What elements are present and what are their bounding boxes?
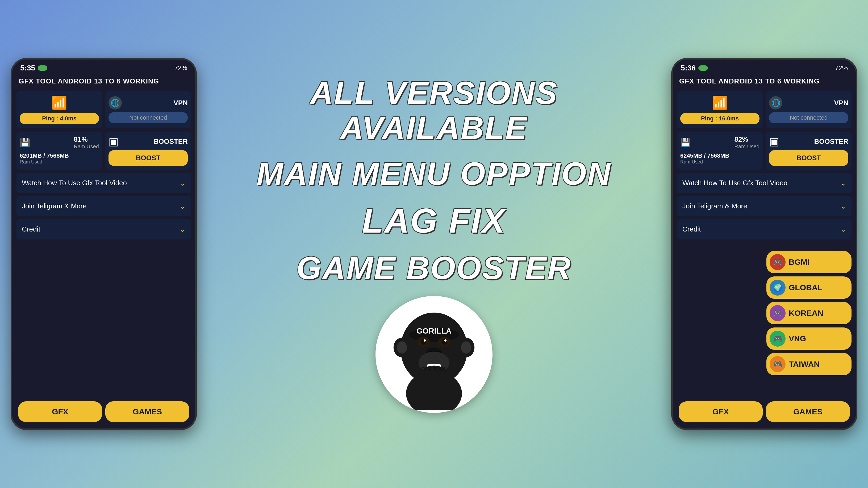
svg-point-13 <box>444 339 446 341</box>
global-button[interactable]: 🌍 GLOBAL <box>767 276 851 299</box>
right-ram-values: 6245MB / 7568MB <box>680 152 760 159</box>
right-menu-label-0: Watch How To Use Gfx Tool Video <box>682 179 787 187</box>
left-status-bar: 5:35 72% <box>12 60 195 74</box>
left-app-header: GFX TOOL ANDROID 13 TO 6 WORKING <box>12 74 195 88</box>
right-boost-button[interactable]: BOOST <box>769 150 848 166</box>
left-vpn-icon: 🌐 <box>108 96 122 109</box>
center-line-2: MAIN MENU OPPTION <box>257 156 612 191</box>
left-menu-section: Watch How To Use Gfx Tool Video ⌄ Join T… <box>12 173 195 397</box>
right-time: 5:36 <box>681 64 696 72</box>
left-menu-label-2: Credit <box>22 225 40 233</box>
right-menu-section: Watch How To Use Gfx Tool Video ⌄ Join T… <box>673 173 856 397</box>
bgmi-button[interactable]: 🎮 BGMI <box>767 251 851 273</box>
right-app-title: GFX TOOL ANDROID 13 TO 6 WORKING <box>679 77 819 85</box>
right-booster-icon: ▣ <box>769 135 779 148</box>
left-boost-button[interactable]: BOOST <box>108 150 188 166</box>
left-menu-item-0[interactable]: Watch How To Use Gfx Tool Video ⌄ <box>17 173 191 193</box>
right-ram-sub: Ram Used <box>680 159 760 165</box>
global-icon: 🌍 <box>770 280 785 296</box>
svg-point-4 <box>397 341 407 354</box>
left-booster-card: ▣ BOOSTER BOOST <box>105 132 191 170</box>
left-wifi-icon: 📶 <box>51 95 67 110</box>
gorilla-logo: GORILLA GFX TOOL <box>375 296 493 413</box>
right-booster-card: ▣ BOOSTER BOOST <box>766 132 851 170</box>
vng-icon: 🎮 <box>770 331 785 347</box>
right-phone: 5:36 72% GFX TOOL ANDROID 13 TO 6 WORKIN… <box>671 58 857 430</box>
korean-label: KOREAN <box>789 308 823 318</box>
right-booster-label: BOOSTER <box>814 137 848 145</box>
left-ram-values: 6201MB / 7568MB <box>20 152 99 159</box>
center-content: ALL VERSIONS AVAILABLE MAIN MENU OPPTION… <box>217 75 651 413</box>
left-games-button[interactable]: GAMES <box>105 401 189 422</box>
left-ram-sub: Ram Used <box>20 159 99 165</box>
taiwan-icon: 🎮 <box>770 356 785 372</box>
right-network-row: 📶 Ping : 16.0ms 🌐 VPN Not connected <box>673 88 856 132</box>
game-buttons-overlay: 🎮 BGMI 🌍 GLOBAL 🎮 KOREAN 🎮 VNG 🎮 <box>767 251 851 375</box>
left-booster-label: BOOSTER <box>153 137 188 145</box>
right-ram-percent: 82% <box>735 135 760 143</box>
svg-point-5 <box>461 341 471 354</box>
right-not-connected[interactable]: Not connected <box>769 112 848 123</box>
left-ram-used-label: Ram Used <box>74 143 99 150</box>
right-ram-used-label: Ram Used <box>735 143 760 150</box>
right-chevron-1: ⌄ <box>840 202 846 210</box>
right-app-header: GFX TOOL ANDROID 13 TO 6 WORKING <box>673 74 856 88</box>
right-status-right: 72% <box>835 64 848 72</box>
left-ram-row: 💾 81% Ram Used 6201MB / 7568MB Ram Used … <box>12 132 195 173</box>
left-chevron-2: ⌄ <box>180 225 186 234</box>
left-menu-item-1[interactable]: Join Teligram & More ⌄ <box>17 196 191 216</box>
korean-icon: 🎮 <box>770 305 785 321</box>
right-wifi-icon: 📶 <box>712 95 728 110</box>
left-ram-percent: 81% <box>74 135 99 143</box>
left-ping-button[interactable]: Ping : 4.0ms <box>20 113 99 124</box>
left-time: 5:35 <box>20 64 35 72</box>
left-ram-card: 💾 81% Ram Used 6201MB / 7568MB Ram Used <box>17 132 102 170</box>
left-wifi-card: 📶 Ping : 4.0ms <box>17 91 102 128</box>
right-phone-body: 5:36 72% GFX TOOL ANDROID 13 TO 6 WORKIN… <box>671 58 857 430</box>
left-not-connected[interactable]: Not connected <box>108 112 188 123</box>
left-signal-dot <box>38 65 47 71</box>
left-chevron-1: ⌄ <box>180 202 186 210</box>
right-ram-card: 💾 82% Ram Used 6245MB / 7568MB Ram Used <box>677 132 763 170</box>
taiwan-button[interactable]: 🎮 TAIWAN <box>767 353 851 375</box>
right-menu-item-2[interactable]: Credit ⌄ <box>677 219 851 239</box>
left-status-right: 72% <box>175 64 187 72</box>
right-menu-item-1[interactable]: Join Teligram & More ⌄ <box>677 196 851 216</box>
svg-point-12 <box>424 339 426 341</box>
center-line-1: ALL VERSIONS AVAILABLE <box>217 75 651 145</box>
right-vpn-card: 🌐 VPN Not connected <box>766 91 851 128</box>
left-gfx-button[interactable]: GFX <box>18 401 102 422</box>
left-app-title: GFX TOOL ANDROID 13 TO 6 WORKING <box>19 77 159 85</box>
right-games-button[interactable]: GAMES <box>766 401 850 422</box>
taiwan-label: TAIWAN <box>789 360 819 369</box>
right-vpn-label: VPN <box>834 99 848 107</box>
center-line-3: LAG FIX <box>362 202 506 240</box>
right-menu-item-0[interactable]: Watch How To Use Gfx Tool Video ⌄ <box>677 173 851 193</box>
left-phone-body: 5:35 72% GFX TOOL ANDROID 13 TO 6 WORKIN… <box>11 58 197 430</box>
right-menu-label-2: Credit <box>682 225 701 233</box>
left-bottom-nav: GFX GAMES <box>12 397 195 428</box>
right-wifi-card: 📶 Ping : 16.0ms <box>677 91 763 128</box>
right-ping-button[interactable]: Ping : 16.0ms <box>680 113 760 124</box>
center-line-4: GAME BOOSTER <box>297 250 572 286</box>
vng-button[interactable]: 🎮 VNG <box>767 327 851 350</box>
korean-button[interactable]: 🎮 KOREAN <box>767 302 851 324</box>
svg-text:GORILLA: GORILLA <box>416 326 452 335</box>
left-vpn-card: 🌐 VPN Not connected <box>105 91 191 128</box>
bgmi-label: BGMI <box>789 258 809 267</box>
left-phone: 5:35 72% GFX TOOL ANDROID 13 TO 6 WORKIN… <box>11 58 197 430</box>
right-chevron-0: ⌄ <box>840 178 846 187</box>
right-menu-label-1: Join Teligram & More <box>682 202 747 210</box>
gorilla-svg: GORILLA GFX TOOL <box>378 299 490 411</box>
right-ram-icon: 💾 <box>680 137 691 148</box>
left-menu-item-2[interactable]: Credit ⌄ <box>17 219 191 239</box>
left-vpn-label: VPN <box>174 99 188 107</box>
right-vpn-icon: 🌐 <box>769 96 782 109</box>
left-booster-icon: ▣ <box>108 135 119 148</box>
left-chevron-0: ⌄ <box>180 178 186 187</box>
left-battery: 72% <box>175 64 187 72</box>
right-signal-dot <box>698 65 708 71</box>
vng-label: VNG <box>789 334 806 343</box>
right-gfx-button[interactable]: GFX <box>679 401 763 422</box>
global-label: GLOBAL <box>789 283 823 292</box>
